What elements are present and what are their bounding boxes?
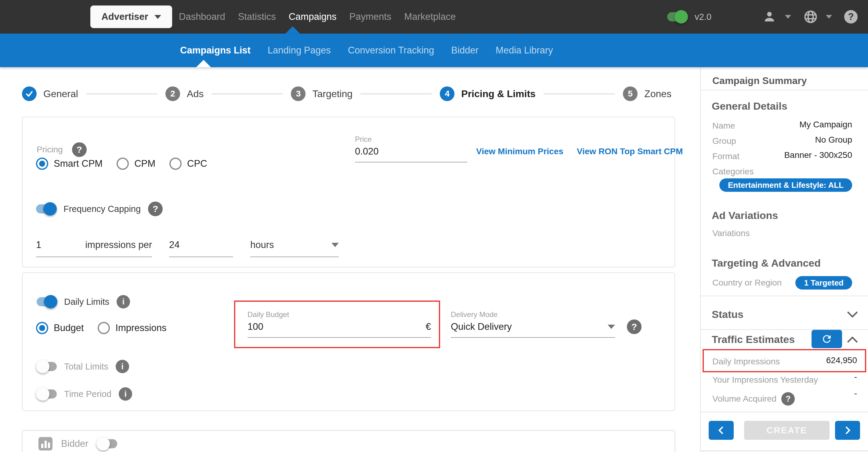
panel-title: Campaign Summary [712, 72, 807, 89]
tab-campaigns-list[interactable]: Campaigns List [180, 45, 251, 56]
divider [701, 412, 868, 412]
total-limits-info-icon[interactable]: i [116, 360, 129, 373]
view-minimum-prices-link[interactable]: View Minimum Prices [476, 147, 563, 156]
daily-impressions-value: 624,950 [826, 356, 857, 365]
role-selector-button[interactable]: Advertiser [90, 5, 172, 28]
step-ads[interactable]: 2 Ads [165, 86, 204, 101]
frequency-capping-help-icon[interactable]: ? [148, 202, 163, 216]
impressions-yesterday-label: Your Impressions Yesterday [712, 375, 818, 385]
step-connector [544, 93, 615, 94]
divider [701, 296, 868, 296]
step-connector [212, 93, 283, 94]
version-toggle[interactable] [667, 12, 687, 21]
bar-chart-icon [38, 437, 53, 450]
radio-label: Smart CPM [54, 158, 102, 169]
radio-impressions[interactable]: Impressions [98, 322, 166, 334]
pricing-help-icon[interactable]: ? [72, 142, 87, 157]
radio-budget[interactable]: Budget [36, 322, 84, 334]
general-details-heading: General Details [712, 100, 787, 112]
toggle-knob [675, 10, 688, 24]
nav-campaigns[interactable]: Campaigns [289, 11, 337, 22]
bidder-toggle[interactable] [97, 439, 117, 448]
volume-acquired-value: - [854, 389, 857, 398]
delivery-mode-select[interactable]: Delivery Mode Quick Delivery [451, 310, 615, 338]
tab-bidder[interactable]: Bidder [451, 45, 478, 56]
frequency-suffix-label: impressions per [85, 239, 152, 250]
status-expand-chevron-icon[interactable] [847, 311, 858, 318]
limits-card: Daily Limits i Budget Impressions Daily … [22, 272, 675, 411]
toggle-knob [36, 360, 50, 373]
targeted-count-badge: 1 Targeted [795, 276, 852, 290]
campaigns-subnav: Campaigns List Landing Pages Conversion … [0, 34, 868, 67]
campaign-summary-panel: Campaign Summary General Details Name My… [700, 67, 868, 452]
traffic-collapse-chevron-icon[interactable] [847, 337, 858, 343]
daily-limits-row: Daily Limits i [37, 294, 130, 309]
tab-media-library[interactable]: Media Library [496, 45, 553, 56]
nav-statistics[interactable]: Statistics [238, 11, 276, 22]
version-label: v2.0 [695, 12, 711, 22]
tab-landing-pages[interactable]: Landing Pages [268, 45, 331, 56]
step-zones[interactable]: 5 Zones [623, 86, 672, 101]
refresh-icon [821, 333, 833, 345]
frequency-capping-toggle[interactable] [36, 204, 56, 213]
radio-icon [169, 158, 182, 170]
step-connector [361, 93, 432, 94]
daily-limits-label: Daily Limits [64, 297, 109, 307]
chevron-down-icon [608, 325, 615, 329]
next-step-button[interactable] [835, 421, 860, 440]
active-tab-pointer [196, 60, 211, 67]
volume-acquired-help-icon[interactable]: ? [781, 392, 795, 405]
total-limits-toggle[interactable] [37, 362, 57, 371]
name-label: Name [712, 121, 735, 131]
daily-limits-toggle[interactable] [37, 297, 57, 306]
toggle-knob [96, 437, 110, 450]
nav-dashboard[interactable]: Dashboard [179, 11, 225, 22]
bidder-label: Bidder [61, 438, 89, 449]
daily-limits-info-icon[interactable]: i [117, 295, 130, 308]
daily-impressions-label: Daily Impressions [712, 357, 780, 366]
step-pricing-limits[interactable]: 4 Pricing & Limits [440, 86, 536, 101]
radio-cpm[interactable]: CPM [117, 158, 155, 170]
daily-budget-input[interactable] [248, 321, 309, 332]
create-button[interactable]: CREATE [744, 421, 830, 440]
account-chevron-down-icon[interactable] [785, 15, 791, 19]
tab-conversion-tracking[interactable]: Conversion Tracking [348, 45, 434, 56]
radio-smart-cpm[interactable]: Smart CPM [36, 158, 102, 170]
volume-acquired-label: Volume Acquired [712, 394, 776, 404]
frequency-interval-input[interactable] [169, 239, 196, 250]
toggle-knob [44, 295, 57, 308]
price-input[interactable] [355, 146, 467, 157]
pricing-section-label: Pricing [37, 145, 63, 154]
delivery-mode-help-icon[interactable]: ? [627, 320, 642, 334]
refresh-traffic-button[interactable] [811, 330, 842, 348]
divider [701, 329, 868, 330]
back-step-button[interactable] [709, 421, 734, 440]
step-number: 5 [623, 86, 638, 101]
country-region-label: Country or Region [712, 278, 782, 288]
nav-marketplace[interactable]: Marketplace [404, 11, 456, 22]
step-general[interactable]: General [22, 86, 78, 101]
frequency-unit-select[interactable]: hours [250, 238, 339, 257]
radio-label: CPM [134, 158, 155, 169]
total-limits-label: Total Limits [64, 362, 108, 372]
user-account-icon[interactable] [763, 10, 776, 24]
radio-cpc[interactable]: CPC [169, 158, 207, 170]
help-icon[interactable]: ? [844, 10, 858, 24]
radio-label: CPC [187, 158, 207, 169]
step-targeting[interactable]: 3 Targeting [291, 86, 352, 101]
role-selector-label: Advertiser [101, 11, 148, 22]
nav-payments[interactable]: Payments [349, 11, 392, 22]
step-connector [86, 93, 157, 94]
radio-label: Budget [54, 323, 84, 333]
time-period-info-icon[interactable]: i [119, 387, 132, 401]
chevron-down-icon [154, 15, 161, 19]
step-label: Pricing & Limits [461, 88, 536, 99]
toggle-knob [43, 202, 57, 216]
language-globe-icon[interactable] [804, 10, 817, 24]
frequency-count-input[interactable] [36, 239, 63, 250]
view-ron-top-smart-cpm-link[interactable]: View RON Top Smart CPM [577, 147, 683, 156]
frequency-interval-field [169, 238, 233, 257]
language-chevron-down-icon[interactable] [826, 15, 832, 19]
time-period-toggle[interactable] [37, 389, 57, 398]
pricing-model-radio-group: Smart CPM CPM CPC [36, 156, 207, 171]
